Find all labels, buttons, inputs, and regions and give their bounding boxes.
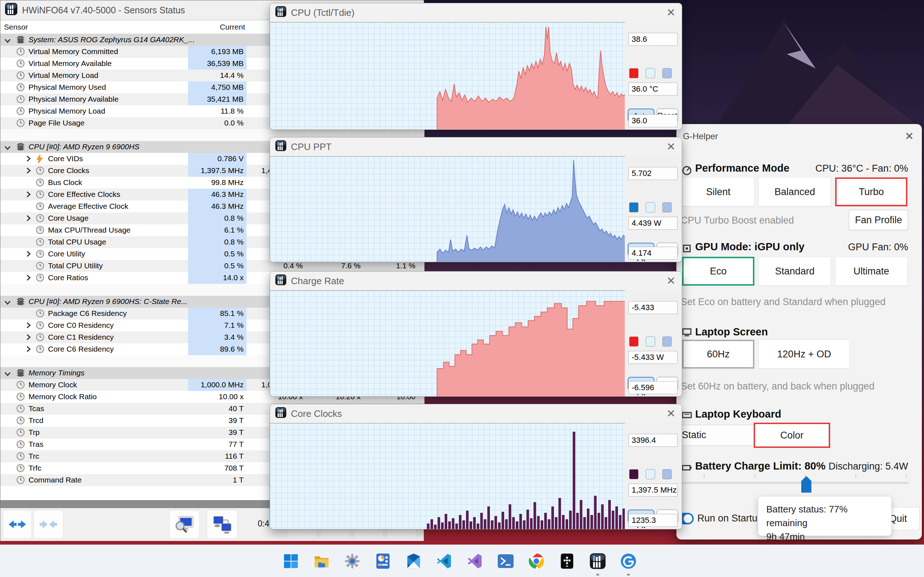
graph-series xyxy=(270,23,625,130)
taskbar-icon-system-monitor[interactable] xyxy=(372,550,394,572)
column-header-sensor[interactable]: Sensor xyxy=(4,23,28,31)
sensor-label: Physical Memory Available xyxy=(29,95,118,103)
close-icon[interactable]: ✕ xyxy=(664,6,677,19)
slider-tick xyxy=(704,475,704,478)
graph-titlebar[interactable]: Charge Rate xyxy=(270,272,682,290)
taskbar-icon-start[interactable] xyxy=(280,550,302,572)
collapse-icon[interactable] xyxy=(4,37,11,45)
close-icon[interactable]: ✕ xyxy=(664,407,677,420)
sensor-clock-icon xyxy=(16,440,25,450)
collapse-icon[interactable] xyxy=(4,370,11,379)
taskbar-icon-dark-utility[interactable] xyxy=(556,550,578,572)
keyboard-icon xyxy=(682,410,692,421)
series-color-swatch[interactable] xyxy=(629,337,638,347)
mode-button-balanced[interactable]: Balanced xyxy=(759,177,831,206)
mode-button-silent[interactable]: Silent xyxy=(682,177,754,206)
sensor-current-value: 39 T xyxy=(188,427,247,438)
graph-min-value: 1235.3 xyxy=(628,514,677,527)
graph-titlebar[interactable]: CPU (Tctl/Tdie) xyxy=(270,3,682,22)
series-color-swatch[interactable] xyxy=(629,68,638,78)
grid-color-swatch[interactable] xyxy=(662,469,672,479)
taskbar-icon-visual-studio[interactable] xyxy=(464,550,486,572)
sensor-current-value: 36,539 MB xyxy=(188,58,247,69)
expand-columns-button[interactable] xyxy=(3,510,32,538)
graph-side-panel: 38.6 36.0 °C Auto Fit Reset 36.0 xyxy=(625,22,682,130)
sensor-clock-icon xyxy=(16,47,25,58)
cpu-temp-fan-status: CPU: 36°C - Fan: 0% xyxy=(815,163,908,174)
ghelper-close-icon[interactable]: ✕ xyxy=(905,130,914,142)
fan-profile-button[interactable]: Fan Profile xyxy=(849,210,908,230)
expand-icon[interactable] xyxy=(26,155,31,164)
close-icon[interactable]: ✕ xyxy=(664,274,677,287)
sensor-label: Core Effective Clocks xyxy=(48,190,120,199)
mode-button-eco[interactable]: Eco xyxy=(682,257,754,285)
background-color-swatch[interactable] xyxy=(646,68,655,78)
expand-icon[interactable] xyxy=(26,167,31,176)
background-color-swatch[interactable] xyxy=(646,337,655,347)
collapse-icon[interactable] xyxy=(4,144,11,153)
sensor-clock-icon xyxy=(16,392,25,403)
battery-limit-slider-handle[interactable] xyxy=(801,476,811,493)
sensor-label: Core Clocks xyxy=(48,166,89,175)
sensor-current-value: 6,193 MB xyxy=(188,46,247,58)
expand-icon[interactable] xyxy=(26,250,31,259)
sensor-label: Memory Clock xyxy=(29,380,77,389)
graph-titlebar[interactable]: CPU PPT xyxy=(270,137,682,156)
grid-color-swatch[interactable] xyxy=(662,337,672,347)
expand-icon[interactable] xyxy=(26,191,31,200)
expand-icon[interactable] xyxy=(26,322,31,331)
remote-monitoring-button[interactable] xyxy=(207,510,237,538)
grid-color-swatch[interactable] xyxy=(662,202,672,213)
mode-button-standard[interactable]: Standard xyxy=(759,257,831,285)
sensor-label: Tras xyxy=(29,440,43,449)
sensor-current-value: 40 T xyxy=(188,403,247,415)
taskbar-icon-vscode[interactable] xyxy=(433,550,456,572)
graph-plot-area xyxy=(270,156,625,262)
uptime-value: 0:4 xyxy=(258,519,269,529)
taskbar-icon-mail[interactable] xyxy=(402,550,425,572)
series-color-swatch[interactable] xyxy=(629,202,638,213)
graph-min-value: -6.596 xyxy=(628,381,677,394)
grid-color-swatch[interactable] xyxy=(662,68,672,78)
close-icon[interactable]: ✕ xyxy=(664,140,677,153)
taskbar-icon-powershell[interactable] xyxy=(494,550,517,572)
screen-note: Set 60Hz on battery, and back when plugg… xyxy=(681,381,874,392)
taskbar-icon-hwinfo[interactable] xyxy=(586,550,609,572)
keyboard-color-button[interactable]: Color xyxy=(754,423,830,448)
sensor-group-label: Memory Timings xyxy=(29,369,84,377)
sensor-current-value: 1 T xyxy=(188,474,247,486)
collapse-icon[interactable] xyxy=(4,298,11,307)
sensor-label: Total CPU Usage xyxy=(48,238,106,246)
sensor-clock-icon xyxy=(36,333,44,343)
background-color-swatch[interactable] xyxy=(646,469,655,479)
background-color-swatch[interactable] xyxy=(646,202,655,213)
sensor-current-value: 4,750 MB xyxy=(188,82,247,93)
expand-icon[interactable] xyxy=(26,334,31,343)
mode-button-120hz-od[interactable]: 120Hz + OD xyxy=(759,340,850,369)
graph-window-core-clocks: Core Clocks ✕ 3396.4 1,397.5 MHz Auto Fi… xyxy=(270,404,682,529)
mode-button-turbo[interactable]: Turbo xyxy=(835,177,908,206)
mode-button-60hz[interactable]: 60Hz xyxy=(682,340,754,369)
expand-icon[interactable] xyxy=(26,345,31,355)
mode-button-ultimate[interactable]: Ultimate xyxy=(835,257,908,285)
tooltip-line1: Battery status: 77% remaining xyxy=(766,502,891,530)
sensor-current-value: 46.3 MHz xyxy=(188,189,247,200)
sensor-current-value: 708 T xyxy=(188,462,247,474)
monitor-inspect-button[interactable] xyxy=(169,510,200,538)
turbo-boost-note: CPU Turbo Boost enabled xyxy=(681,215,794,226)
battery-limit-slider-track[interactable] xyxy=(681,482,909,484)
series-color-swatch[interactable] xyxy=(629,469,638,479)
taskbar-icon-ghelper[interactable] xyxy=(617,550,640,572)
sensor-clock-icon xyxy=(16,95,25,105)
graph-titlebar[interactable]: Core Clocks xyxy=(270,404,682,423)
column-header-current[interactable]: Current xyxy=(188,23,245,31)
expand-icon[interactable] xyxy=(26,274,31,283)
graph-series xyxy=(270,423,625,529)
sensor-current-value: 7.1 % xyxy=(188,319,247,331)
collapse-columns-button[interactable] xyxy=(34,510,63,538)
taskbar-icon-file-explorer[interactable] xyxy=(310,550,333,572)
taskbar-icon-chrome[interactable] xyxy=(525,550,548,572)
sensor-clock-icon xyxy=(16,416,25,427)
expand-icon[interactable] xyxy=(26,214,31,224)
taskbar-icon-settings[interactable] xyxy=(341,550,363,572)
